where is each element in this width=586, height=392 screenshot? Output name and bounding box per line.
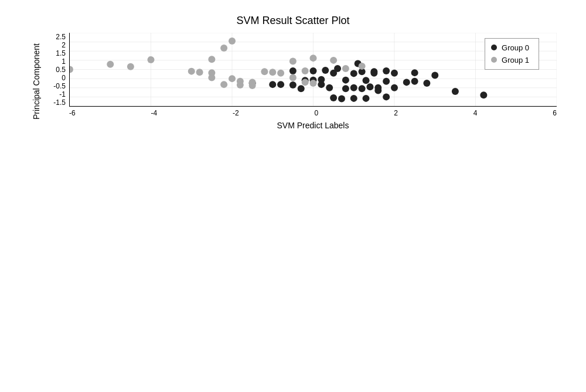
data-point-group0 (391, 84, 398, 91)
data-point-group0 (411, 69, 418, 76)
data-point-group1 (70, 66, 73, 73)
legend-label-group1: Group 1 (502, 56, 529, 64)
x-tick: -6 (69, 109, 76, 117)
chart-title: SVM Result Scatter Plot (29, 15, 557, 27)
y-tick: 1.5 (56, 49, 66, 57)
data-point-group1 (208, 56, 215, 63)
y-axis-ticks: 2.521.510.50-0.5-1-1.5 (46, 33, 69, 107)
data-point-group1 (342, 64, 349, 71)
y-tick: -1.5 (53, 98, 66, 107)
data-point-group0 (326, 84, 333, 91)
data-point-group0 (431, 71, 438, 79)
data-point-group0 (342, 85, 349, 92)
data-point-group0 (298, 85, 305, 92)
data-point-group1 (359, 62, 366, 69)
data-point-group0 (383, 77, 390, 84)
x-tick: 4 (473, 109, 478, 117)
y-tick: -1 (59, 90, 66, 98)
y-tick: 0.5 (56, 66, 66, 74)
data-point-group1 (277, 69, 284, 76)
y-axis-label: Principal Component (29, 33, 43, 130)
data-point-group0 (350, 94, 357, 101)
chart-area: Principal Component 2.521.510.50-0.5-1-1… (29, 33, 557, 130)
data-point-group0 (318, 81, 325, 88)
legend-dot-group0 (491, 45, 497, 50)
data-point-group1 (269, 69, 276, 76)
data-point-group0 (277, 81, 284, 88)
data-point-group0 (391, 69, 398, 76)
data-point-group0 (403, 79, 410, 86)
data-point-group0 (334, 64, 341, 71)
data-point-group1 (302, 79, 309, 86)
data-point-group1 (188, 67, 195, 74)
plot-area (69, 33, 557, 107)
data-point-group1 (229, 75, 236, 82)
data-point-group1 (127, 63, 134, 70)
data-point-group0 (423, 79, 430, 86)
scatter-svg (70, 33, 557, 106)
y-tick: 1 (62, 57, 66, 66)
data-point-group0 (363, 77, 370, 84)
plot-and-yaxis: 2.521.510.50-0.5-1-1.5 (46, 33, 557, 107)
y-tick: 2.5 (56, 33, 66, 41)
data-point-group0 (310, 67, 317, 74)
data-point-group0 (452, 88, 459, 95)
legend-item-group0: Group 0 (491, 43, 529, 52)
data-point-group1 (220, 81, 227, 88)
chart-container: SVM Result Scatter Plot Principal Compon… (29, 15, 557, 378)
data-point-group0 (359, 85, 366, 92)
legend-label-group0: Group 0 (502, 43, 529, 52)
data-point-group0 (322, 67, 329, 74)
data-point-group0 (366, 83, 373, 90)
data-point-group1 (208, 74, 215, 81)
y-tick: -0.5 (53, 82, 66, 90)
data-point-group0 (383, 67, 390, 74)
x-axis-ticks: -6-4-20246 (46, 109, 557, 117)
data-point-group0 (269, 81, 276, 88)
data-point-group0 (338, 95, 345, 102)
x-tick: 6 (553, 109, 557, 117)
chart-inner: 2.521.510.50-0.5-1-1.5 -6-4-20246 SVM Pr… (46, 33, 557, 130)
data-point-group1 (229, 38, 236, 45)
x-tick: -4 (151, 109, 158, 117)
data-point-group1 (289, 74, 297, 81)
data-point-group1 (237, 81, 244, 88)
x-tick: 2 (394, 109, 398, 117)
x-axis-label: SVM Predict Labels (46, 121, 557, 130)
data-point-group0 (374, 87, 381, 94)
data-point-group1 (249, 82, 256, 89)
legend-item-group1: Group 1 (491, 56, 529, 64)
data-point-group1 (261, 68, 268, 75)
data-point-group1 (302, 67, 309, 74)
data-point-group0 (350, 70, 357, 77)
data-point-group0 (289, 81, 297, 88)
legend-dot-group1 (491, 57, 497, 63)
data-point-group0 (350, 84, 357, 91)
data-point-group0 (383, 93, 390, 100)
data-point-group1 (310, 79, 317, 86)
data-point-group1 (196, 69, 203, 76)
data-point-group0 (363, 94, 370, 101)
data-point-group1 (148, 56, 155, 63)
data-point-group0 (480, 91, 487, 98)
data-point-group0 (330, 94, 337, 101)
x-tick: 0 (315, 109, 319, 117)
legend: Group 0 Group 1 (485, 38, 539, 70)
data-point-group1 (107, 60, 114, 67)
data-point-group0 (411, 77, 418, 84)
data-point-group1 (310, 54, 317, 62)
data-point-group0 (289, 67, 297, 74)
data-point-group0 (370, 69, 377, 76)
data-point-group0 (342, 76, 349, 83)
data-point-group1 (330, 56, 337, 63)
data-point-group1 (289, 57, 297, 64)
y-tick: 0 (62, 74, 66, 82)
x-tick: -2 (233, 109, 239, 117)
data-point-group1 (220, 44, 227, 51)
y-tick: 2 (62, 41, 66, 49)
